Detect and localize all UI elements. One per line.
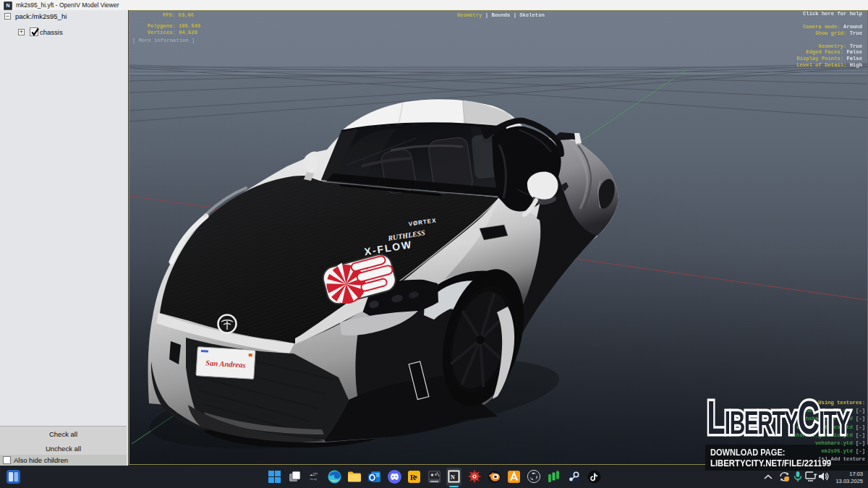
svg-text:N: N (451, 474, 455, 481)
svg-text:cloudy: cloudy (310, 478, 317, 481)
svg-text:☁︎27°: ☁︎27° (310, 473, 318, 476)
svg-text:LIBERTYCITY: LIBERTYCITY (707, 396, 850, 440)
